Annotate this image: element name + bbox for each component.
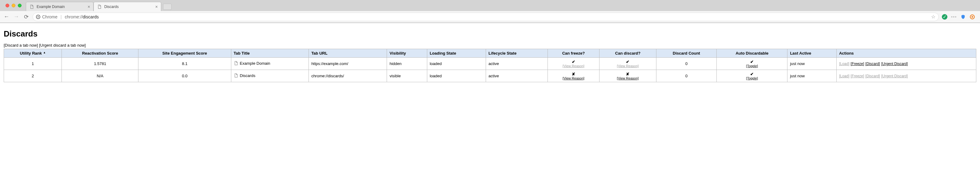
cell-auto-discardable: ✔[Toggle] [717, 58, 788, 70]
extension-icon[interactable]: ✓ [942, 14, 947, 20]
omnibox-separator: | [60, 14, 62, 19]
window-controls [2, 0, 26, 11]
table-row: 2N/A0.0Discardschrome://discards/visible… [4, 70, 976, 82]
toolbar: ← → ⟳ Chrome | chrome://discards ☆ ✓ ••• [0, 11, 980, 23]
maximize-window-button[interactable] [18, 4, 22, 7]
file-icon [234, 73, 238, 78]
col-utility-rank[interactable]: Utility Rank [4, 49, 62, 58]
extension-icons: ✓ ••• [942, 14, 977, 20]
back-button[interactable]: ← [3, 14, 10, 20]
cell-lifecycle-state: active [486, 70, 548, 82]
action-freeze: [Freeze] [851, 74, 864, 78]
cell-actions: [Load][Freeze][Discard][Urgent Discard] [836, 58, 976, 70]
reload-button[interactable]: ⟳ [23, 14, 30, 20]
top-actions: [Discard a tab now] [Urgent discard a ta… [4, 43, 976, 47]
discards-table: Utility Rank Reactivation Score Site Eng… [4, 49, 976, 82]
col-site-engagement[interactable]: Site Engagement Score [138, 49, 231, 58]
toggle-link[interactable]: [Toggle] [719, 64, 785, 68]
new-tab-button[interactable] [163, 4, 172, 10]
action-discard[interactable]: [Discard] [865, 62, 880, 66]
toggle-link[interactable]: [Toggle] [719, 76, 785, 80]
cell-utility-rank: 1 [4, 58, 62, 70]
cell-site-engagement: 0.0 [138, 70, 231, 82]
action-urgent-discard[interactable]: [Urgent Discard] [881, 62, 908, 66]
cell-tab-url: https://example.com/ [309, 58, 387, 70]
table-row: 11.57818.1Example Domainhttps://example.… [4, 58, 976, 70]
col-loading-state[interactable]: Loading State [427, 49, 486, 58]
action-discard: [Discard] [865, 74, 880, 78]
file-icon [97, 4, 102, 9]
cell-discard-count: 0 [656, 70, 717, 82]
cell-reactivation-score: 1.5781 [62, 58, 138, 70]
col-reactivation-score[interactable]: Reactivation Score [62, 49, 138, 58]
action-freeze[interactable]: [Freeze] [851, 62, 864, 66]
cell-last-active: just now [788, 58, 837, 70]
view-reason-link[interactable]: [View Reason] [602, 64, 654, 68]
cell-tab-title: Example Domain [231, 58, 309, 70]
discard-tab-now-link[interactable]: [Discard a tab now] [4, 43, 38, 47]
extension-icon[interactable] [970, 14, 975, 20]
action-load: [Load] [839, 74, 849, 78]
view-reason-link[interactable]: [View Reason] [550, 76, 597, 80]
view-reason-link[interactable]: [View Reason] [602, 76, 654, 80]
close-window-button[interactable] [6, 4, 9, 7]
cell-utility-rank: 2 [4, 70, 62, 82]
extension-icon[interactable]: ••• [951, 14, 957, 20]
cell-tab-url: chrome://discards/ [309, 70, 387, 82]
action-urgent-discard: [Urgent Discard] [881, 74, 908, 78]
col-discard-count[interactable]: Discard Count [656, 49, 717, 58]
cell-can-discard: ✔[View Reason] [600, 58, 656, 70]
view-reason-link[interactable]: [View Reason] [550, 64, 597, 68]
omnibox[interactable]: Chrome | chrome://discards ☆ [33, 13, 939, 21]
bookmark-star-icon[interactable]: ☆ [931, 14, 935, 20]
cell-loading-state: loaded [427, 58, 486, 70]
tab-strip: Example Domain×Discards× [0, 0, 980, 11]
cell-can-freeze: ✔[View Reason] [547, 58, 599, 70]
omnibox-host: Chrome [42, 14, 57, 19]
col-tab-url[interactable]: Tab URL [309, 49, 387, 58]
cell-discard-count: 0 [656, 58, 717, 70]
cell-can-freeze: ✘[View Reason] [547, 70, 599, 82]
table-header-row: Utility Rank Reactivation Score Site Eng… [4, 49, 976, 58]
cell-visibility: visible [387, 70, 427, 82]
col-last-active[interactable]: Last Active [788, 49, 837, 58]
cell-lifecycle-state: active [486, 58, 548, 70]
forward-button[interactable]: → [13, 14, 20, 20]
col-lifecycle-state[interactable]: Lifecycle State [486, 49, 548, 58]
cell-last-active: just now [788, 70, 837, 82]
cell-actions: [Load][Freeze][Discard][Urgent Discard] [836, 70, 976, 82]
close-tab-icon[interactable]: × [88, 4, 90, 9]
col-auto-discardable[interactable]: Auto Discardable [717, 49, 788, 58]
col-visibility[interactable]: Visibility [387, 49, 427, 58]
page-content: Discards [Discard a tab now] [Urgent dis… [0, 23, 980, 85]
close-tab-icon[interactable]: × [155, 4, 158, 9]
browser-tab[interactable]: Example Domain× [26, 2, 94, 11]
cell-loading-state: loaded [427, 70, 486, 82]
urgent-discard-tab-now-link[interactable]: [Urgent discard a tab now] [39, 43, 86, 47]
extension-shield-icon[interactable] [960, 14, 966, 20]
minimize-window-button[interactable] [12, 4, 15, 7]
cell-site-engagement: 8.1 [138, 58, 231, 70]
file-icon [234, 61, 238, 65]
col-tab-title[interactable]: Tab Title [231, 49, 309, 58]
col-can-discard[interactable]: Can discard? [600, 49, 656, 58]
cell-tab-title: Discards [231, 70, 309, 82]
tab-title: Example Domain [37, 5, 85, 9]
cell-visibility: hidden [387, 58, 427, 70]
site-info-icon[interactable] [36, 15, 40, 19]
tab-title: Discards [104, 5, 153, 9]
cell-can-discard: ✘[View Reason] [600, 70, 656, 82]
file-icon [29, 4, 34, 9]
cell-reactivation-score: N/A [62, 70, 138, 82]
action-load: [Load] [839, 62, 849, 66]
browser-tab[interactable]: Discards× [94, 2, 161, 11]
cell-auto-discardable: ✔[Toggle] [717, 70, 788, 82]
page-title: Discards [4, 29, 976, 39]
omnibox-path: chrome://discards [65, 14, 99, 19]
col-actions[interactable]: Actions [836, 49, 976, 58]
svg-point-1 [971, 16, 973, 17]
browser-chrome: Example Domain×Discards× ← → ⟳ Chrome | … [0, 0, 980, 23]
col-can-freeze[interactable]: Can freeze? [547, 49, 599, 58]
